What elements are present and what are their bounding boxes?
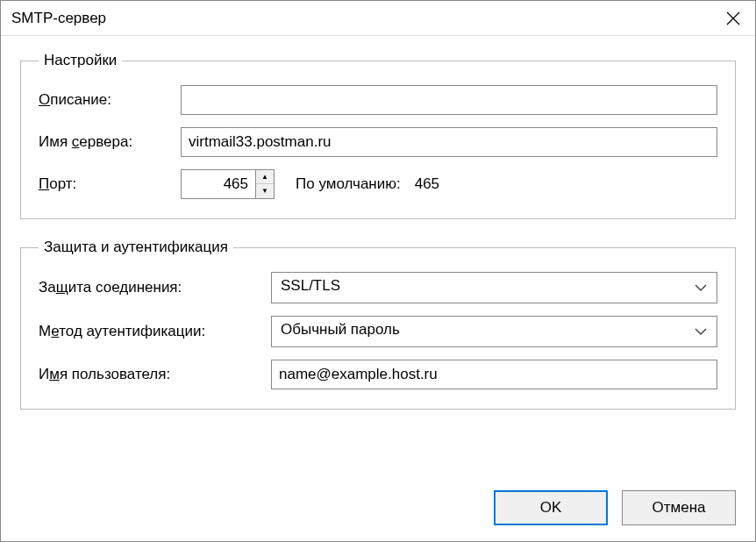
auth-method-label: Метод аутентификации: — [39, 323, 271, 340]
auth-method-row: Метод аутентификации: Обычный пароль — [39, 316, 717, 347]
username-label: Имя пользователя: — [39, 366, 271, 383]
port-input[interactable] — [181, 169, 256, 199]
cancel-button[interactable]: Отмена — [622, 490, 736, 525]
settings-group: Настройки Описание: Имя сервера: Порт: — [20, 52, 736, 219]
server-name-label: Имя сервера: — [39, 133, 181, 151]
button-row: OK Отмена — [20, 483, 736, 525]
auth-legend: Защита и аутентификация — [39, 239, 233, 256]
server-name-row: Имя сервера: — [39, 127, 717, 157]
dialog-window: SMTP-сервер Настройки Описание: Имя серв… — [0, 0, 756, 542]
dialog-content: Настройки Описание: Имя сервера: Порт: — [1, 36, 755, 541]
security-row: Защита соединения: SSL/TLS — [39, 272, 717, 303]
ok-button[interactable]: OK — [494, 490, 608, 525]
description-input[interactable] — [181, 85, 717, 115]
auth-group: Защита и аутентификация Защита соединени… — [20, 239, 736, 410]
titlebar: SMTP-сервер — [1, 1, 755, 36]
port-default-label: По умолчанию: — [296, 175, 401, 193]
settings-legend: Настройки — [39, 52, 122, 69]
port-label: Порт: — [39, 175, 181, 193]
port-default-value: 465 — [415, 175, 439, 193]
port-spin-up[interactable]: ▲ — [256, 170, 274, 184]
auth-method-select[interactable]: Обычный пароль — [271, 316, 717, 347]
security-label: Защита соединения: — [39, 279, 271, 296]
description-label: Описание: — [39, 91, 181, 109]
username-row: Имя пользователя: — [39, 360, 717, 389]
security-select[interactable]: SSL/TLS — [271, 272, 717, 303]
description-row: Описание: — [39, 85, 717, 115]
port-spin-down[interactable]: ▼ — [256, 184, 274, 198]
username-input[interactable] — [271, 360, 717, 389]
port-spinner: ▲ ▼ — [256, 169, 275, 199]
close-button[interactable] — [711, 1, 755, 36]
server-name-input[interactable] — [181, 127, 717, 157]
window-title: SMTP-сервер — [11, 10, 106, 27]
port-row: Порт: ▲ ▼ По умолчанию: 465 — [39, 169, 717, 199]
close-icon — [726, 11, 740, 25]
